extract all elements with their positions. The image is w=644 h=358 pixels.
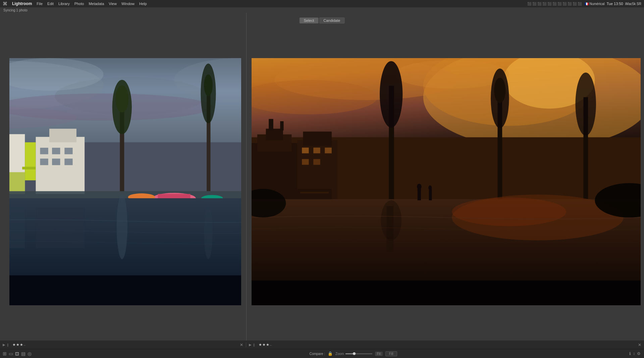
svg-point-80	[452, 197, 566, 226]
svg-rect-15	[25, 142, 36, 180]
svg-point-70	[380, 61, 402, 128]
left-play-icon[interactable]: ▶	[3, 343, 5, 347]
svg-rect-20	[40, 148, 48, 154]
right-star-2[interactable]: ★	[262, 343, 266, 347]
svg-point-41	[204, 205, 213, 259]
people-view-icon[interactable]: ◎	[28, 351, 32, 356]
svg-rect-25	[64, 159, 72, 165]
svg-point-84	[417, 184, 422, 189]
compare-view-icon[interactable]: ⊡	[15, 351, 19, 356]
zoom-section: Zoom	[335, 352, 372, 356]
svg-rect-19	[49, 129, 76, 142]
left-pause-icon[interactable]: ‖	[7, 343, 9, 347]
menu-photo[interactable]: Photo	[74, 2, 84, 6]
right-star-4[interactable]: –	[270, 343, 272, 347]
svg-rect-21	[52, 148, 60, 154]
left-photo-container[interactable]	[9, 58, 241, 305]
menu-library[interactable]: Library	[58, 2, 70, 6]
right-star-rating: ★ ★ ★ –	[259, 343, 272, 347]
svg-point-86	[428, 185, 432, 190]
menu-help[interactable]: Help	[139, 2, 147, 6]
star-1[interactable]: ★	[12, 343, 16, 347]
svg-point-82	[381, 200, 401, 240]
svg-rect-64	[325, 148, 331, 153]
right-star-1[interactable]: ★	[259, 343, 262, 347]
fill-button[interactable]: Fill	[385, 351, 397, 356]
zoom-controls: Compare : 🔒 Zoom Fit Fill	[77, 351, 629, 356]
system-icons: ⬛⬛⬛⬛⬛⬛⬛⬛⬛⬛⬛	[527, 2, 583, 6]
svg-rect-18	[36, 137, 85, 194]
svg-rect-46	[9, 275, 241, 305]
menu-edit[interactable]: Edit	[47, 2, 54, 6]
compare-label: Compare :	[309, 352, 325, 356]
menu-flag: 🇫🇷 Numérical	[585, 2, 605, 6]
bottom-film-row: ▶ ‖ ★ ★ ★ – ✕ ▶ ‖ ★ ★ ★ – ✕	[0, 341, 644, 349]
left-star-rating: ★ ★ ★ –	[12, 343, 25, 347]
svg-point-75	[576, 73, 596, 136]
survey-view-icon[interactable]: ▤	[21, 351, 25, 356]
svg-rect-43	[36, 208, 85, 248]
svg-rect-83	[418, 188, 421, 200]
star-3[interactable]: ★	[20, 343, 23, 347]
zoom-fill	[345, 353, 354, 354]
status-bar: Syncing 1 photo	[0, 7, 644, 13]
menu-metadata[interactable]: Metadata	[89, 2, 104, 6]
right-close-button[interactable]: ✕	[638, 343, 641, 347]
svg-point-73	[494, 78, 505, 103]
right-photo-frame	[252, 58, 641, 305]
zoom-slider[interactable]	[345, 353, 372, 354]
menu-machine: iMac5k SR	[625, 2, 641, 6]
svg-rect-68	[300, 192, 329, 193]
svg-rect-24	[52, 159, 60, 165]
loupe-view-icon[interactable]: ▭	[9, 351, 13, 356]
settings-icon[interactable]: ⚙	[637, 351, 641, 356]
fit-button[interactable]: Fit	[375, 352, 383, 356]
main-content	[0, 13, 644, 341]
lock-icon[interactable]: 🔒	[328, 351, 333, 356]
menu-view[interactable]: View	[109, 2, 117, 6]
zoom-handle[interactable]	[353, 352, 356, 355]
bottom-area: ▶ ‖ ★ ★ ★ – ✕ ▶ ‖ ★ ★ ★ – ✕	[0, 341, 644, 358]
select-button[interactable]: Select	[300, 17, 319, 24]
svg-point-28	[115, 85, 128, 113]
grid-view-icon[interactable]: ⊞	[3, 351, 7, 356]
right-toolbar-icons: ℹ ↕ ⚙	[629, 351, 644, 356]
svg-rect-66	[313, 159, 320, 165]
left-panel	[0, 13, 247, 341]
sort-icon[interactable]: ↕	[633, 351, 635, 356]
right-star-3[interactable]: ★	[266, 343, 269, 347]
svg-rect-22	[64, 148, 72, 154]
star-4[interactable]: –	[23, 343, 25, 347]
svg-rect-59	[280, 121, 283, 130]
svg-rect-17	[9, 172, 25, 194]
svg-rect-65	[302, 159, 309, 165]
svg-point-31	[204, 75, 213, 96]
right-photo-container[interactable]	[252, 58, 641, 305]
app-name[interactable]: Lightroom	[12, 1, 32, 6]
svg-rect-23	[40, 159, 48, 165]
main-toolbar-row: ⊞ ▭ ⊡ ▤ ◎ Compare : 🔒 Zoom Fit Fill ℹ ↕	[0, 349, 644, 358]
menu-file[interactable]: File	[37, 2, 43, 6]
left-film-controls: ▶ ‖ ★ ★ ★ – ✕	[0, 343, 246, 347]
candidate-button[interactable]: Candidate	[319, 17, 344, 24]
zoom-label: Zoom	[335, 352, 344, 356]
apple-menu[interactable]: ⌘	[3, 1, 7, 6]
svg-rect-89	[252, 280, 641, 305]
menu-bar: ⌘ Lightroom File Edit Library Photo Meta…	[0, 0, 644, 7]
left-photo-frame	[9, 58, 241, 305]
info-icon[interactable]: ℹ	[629, 351, 631, 356]
left-close-button[interactable]: ✕	[240, 343, 243, 347]
menu-time: Tue 13:50	[607, 2, 623, 6]
svg-rect-61	[303, 132, 332, 146]
svg-rect-67	[297, 189, 331, 200]
menu-right-area: ⬛⬛⬛⬛⬛⬛⬛⬛⬛⬛⬛ 🇫🇷 Numérical Tue 13:50 iMac5…	[527, 2, 641, 6]
right-play-icon[interactable]: ▶	[249, 343, 252, 347]
left-photo	[9, 58, 241, 305]
svg-rect-63	[313, 148, 320, 153]
right-photo	[252, 58, 641, 305]
star-2[interactable]: ★	[16, 343, 19, 347]
svg-rect-58	[269, 119, 273, 130]
menu-window[interactable]: Window	[121, 2, 135, 6]
svg-rect-85	[429, 189, 432, 200]
right-pause-icon[interactable]: ‖	[253, 343, 255, 347]
